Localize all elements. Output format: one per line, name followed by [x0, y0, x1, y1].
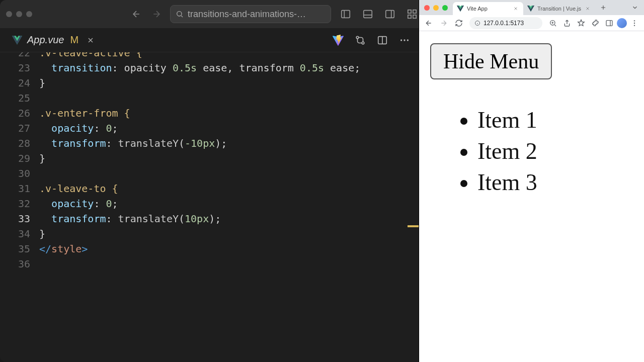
svg-point-0 — [177, 12, 182, 16]
more-actions-icon[interactable] — [395, 31, 414, 49]
tab-search-icon[interactable] — [630, 3, 640, 13]
code-line[interactable] — [39, 256, 419, 272]
svg-rect-9 — [408, 15, 411, 18]
svg-point-11 — [356, 36, 359, 39]
svg-point-17 — [407, 39, 409, 41]
code-line[interactable]: } — [39, 151, 419, 166]
browser-tab-strip: Vite App Transition | Vue.js — [419, 0, 644, 15]
browser-toolbar: 127.0.0.1:5173 — [419, 15, 644, 31]
list-item: Item 3 — [477, 167, 633, 198]
line-number: 31 — [0, 181, 30, 196]
line-number: 25 — [0, 90, 30, 106]
svg-rect-3 — [364, 11, 372, 18]
browser-window-controls — [424, 5, 448, 11]
line-number: 34 — [0, 226, 30, 241]
line-number: 33 — [0, 211, 30, 226]
browser-menu-icon[interactable] — [628, 17, 641, 30]
share-icon[interactable] — [560, 17, 574, 30]
line-number: 26 — [0, 106, 30, 121]
toggle-sidebar-left-icon[interactable] — [336, 5, 355, 24]
svg-rect-10 — [413, 15, 416, 18]
address-bar[interactable]: 127.0.0.1:5173 — [469, 17, 542, 29]
command-search[interactable]: transitions-and-animations-… — [170, 5, 331, 23]
code-line[interactable]: transform: translateY(-10px); — [39, 136, 419, 151]
list-item: Item 1 — [477, 105, 633, 136]
window-controls — [6, 11, 32, 17]
search-icon — [176, 10, 184, 18]
bookmark-icon[interactable] — [575, 17, 588, 30]
minimap-change-marker — [408, 225, 419, 227]
editor-window: transitions-and-animations-… App.vue M 2… — [0, 0, 419, 362]
editor-nav — [128, 6, 165, 23]
svg-rect-8 — [413, 10, 416, 13]
hide-menu-button[interactable]: Hide Menu — [430, 43, 552, 79]
svg-rect-22 — [606, 20, 612, 26]
svg-point-15 — [400, 39, 402, 41]
split-editor-icon[interactable] — [373, 31, 391, 49]
svg-point-25 — [634, 22, 635, 23]
browser-window: Vite App Transition | Vue.js 127.0.0.1:5… — [419, 0, 644, 362]
browser-reload-button[interactable] — [452, 17, 465, 30]
svg-rect-7 — [408, 10, 411, 13]
toggle-sidebar-right-icon[interactable] — [380, 5, 399, 24]
editor-title-bar: transitions-and-animations-… — [0, 0, 419, 28]
browser-forward-button[interactable] — [437, 17, 450, 30]
svg-rect-5 — [386, 11, 394, 18]
vite-icon[interactable] — [329, 31, 347, 49]
line-gutter: 222324252627282930313233343536 — [0, 52, 39, 362]
vue-favicon-icon — [527, 5, 534, 12]
code-line[interactable]: transform: translateY(10px); — [39, 211, 419, 226]
code-line[interactable] — [39, 166, 419, 181]
close-tab-icon[interactable] — [512, 5, 519, 12]
browser-back-button[interactable] — [422, 17, 435, 30]
customize-layout-icon[interactable] — [403, 5, 419, 24]
line-number: 29 — [0, 151, 30, 166]
svg-rect-1 — [342, 11, 350, 18]
profile-avatar[interactable] — [617, 18, 627, 28]
editor-tab-row: App.vue M — [0, 28, 419, 52]
svg-point-12 — [362, 42, 364, 44]
extensions-icon[interactable] — [589, 17, 602, 30]
title-layout-controls — [336, 5, 419, 24]
menu-list: Item 1Item 2Item 3 — [477, 105, 633, 198]
svg-point-16 — [404, 39, 405, 41]
new-tab-button[interactable] — [597, 2, 609, 14]
tab-app-vue[interactable]: App.vue M — [5, 28, 105, 52]
search-text: transitions-and-animations-… — [188, 9, 306, 20]
toggle-panel-icon[interactable] — [358, 5, 377, 24]
browser-tab-active[interactable]: Vite App — [453, 2, 523, 15]
close-window-icon[interactable] — [6, 11, 12, 17]
close-window-icon[interactable] — [424, 5, 430, 11]
code-line[interactable]: </style> — [39, 241, 419, 256]
tab-modified-badge: M — [70, 34, 78, 46]
code-line[interactable]: .v-enter-from { — [39, 106, 419, 121]
forward-button[interactable] — [148, 6, 165, 23]
code-line[interactable]: transition: opacity 0.5s ease, transform… — [39, 60, 419, 75]
code-editor[interactable]: 222324252627282930313233343536 .v-leave-… — [0, 52, 419, 362]
code-line[interactable] — [39, 90, 419, 106]
browser-tab[interactable]: Transition | Vue.js — [523, 2, 595, 15]
code-line[interactable]: } — [39, 226, 419, 241]
code-line[interactable]: opacity: 0; — [39, 121, 419, 136]
source-control-compare-icon[interactable] — [351, 31, 369, 49]
code-line[interactable]: } — [39, 75, 419, 90]
zoom-window-icon[interactable] — [442, 5, 448, 11]
tab-close-button[interactable] — [84, 33, 98, 47]
code-content[interactable]: .v-leave-active { transition: opacity 0.… — [39, 52, 419, 362]
side-panel-icon[interactable] — [603, 17, 616, 30]
code-line[interactable]: .v-leave-active { — [39, 52, 419, 60]
line-number: 28 — [0, 136, 30, 151]
code-line[interactable]: .v-leave-to { — [39, 181, 419, 196]
minimize-window-icon[interactable] — [433, 5, 439, 11]
zoom-level-icon[interactable] — [546, 17, 559, 30]
site-info-icon — [474, 20, 480, 26]
back-button[interactable] — [128, 6, 145, 23]
code-line[interactable]: opacity: 0; — [39, 196, 419, 211]
browser-tab-title: Transition | Vue.js — [537, 6, 581, 12]
zoom-window-icon[interactable] — [26, 11, 32, 17]
svg-point-24 — [634, 20, 635, 21]
minimize-window-icon[interactable] — [16, 11, 22, 17]
line-number: 35 — [0, 241, 30, 256]
close-tab-icon[interactable] — [584, 5, 591, 12]
page-viewport: Hide Menu Item 1Item 2Item 3 — [419, 31, 644, 362]
